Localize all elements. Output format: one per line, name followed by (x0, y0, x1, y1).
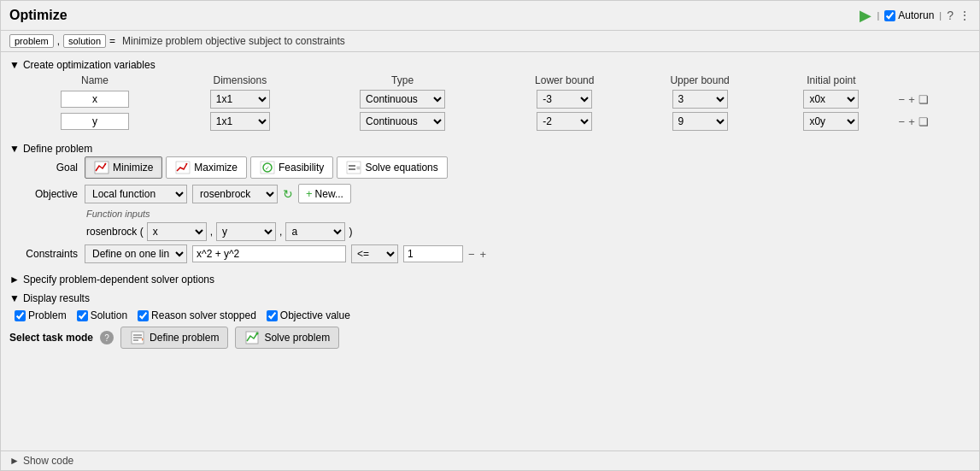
header-controls: ▶ | Autorun | ? ⋮ (860, 6, 971, 25)
goal-row: Goal Minimize (18, 156, 971, 179)
solve-equations-label: Solve equations (365, 162, 437, 174)
reason-checkbox[interactable] (138, 310, 149, 321)
dim-select-y[interactable]: 1x1 (210, 112, 270, 131)
init-point-y[interactable]: x0y (803, 112, 859, 131)
define-problem-task-button[interactable]: Define problem (120, 327, 228, 349)
variables-table: Name Dimensions Type Lower bound Upper b… (18, 73, 971, 132)
show-code-arrow: ► (9, 455, 20, 467)
feasibility-label: Feasibility (279, 162, 324, 174)
problem-checkbox-label[interactable]: Problem (15, 309, 67, 321)
create-variables-header[interactable]: ▼ Create optimization variables (9, 57, 971, 73)
solve-equations-button[interactable]: = Solve equations (337, 156, 447, 179)
minimize-label: Minimize (113, 162, 153, 174)
upper-bound-x[interactable]: 3 (672, 90, 728, 109)
param-comma-1: , (210, 226, 213, 238)
remove-constraint-button[interactable]: − (468, 248, 475, 261)
add-constraint-button[interactable]: + (480, 248, 487, 261)
show-code-row[interactable]: ► Show code (1, 450, 979, 470)
remove-row-y[interactable]: − (899, 115, 906, 128)
feasibility-icon: ✓ (260, 161, 275, 174)
upper-bound-y[interactable]: 9 (672, 112, 728, 131)
type-select-x[interactable]: Continuous (360, 90, 445, 109)
maximize-button[interactable]: Maximize (166, 156, 247, 179)
autorun-checkbox[interactable] (884, 10, 895, 21)
select-task-label: Select task mode (9, 332, 93, 344)
add-row-y[interactable]: + (908, 115, 915, 128)
solver-options-header[interactable]: ► Specify problem-dependent solver optio… (9, 272, 971, 287)
param-a-select[interactable]: a (285, 222, 345, 241)
goal-label: Goal (18, 162, 78, 174)
new-label: New... (315, 188, 343, 200)
solve-problem-icon (244, 331, 260, 344)
col-lower-bound: Lower bound (497, 73, 632, 88)
svg-point-18 (256, 333, 259, 335)
var-name-y[interactable] (61, 113, 129, 130)
copy-row-x[interactable]: ❏ (918, 93, 929, 106)
create-variables-label: Create optimization variables (23, 59, 156, 71)
refresh-button[interactable]: ↻ (283, 187, 293, 201)
constraint-expr-input[interactable] (192, 245, 346, 262)
solution-tag[interactable]: solution (63, 34, 106, 48)
problem-checkbox-text: Problem (28, 309, 67, 321)
display-results-checkboxes: Problem Solution Reason solver stopped O… (15, 309, 971, 321)
reason-checkbox-label[interactable]: Reason solver stopped (138, 309, 256, 321)
feasibility-button[interactable]: ✓ Feasibility (250, 156, 333, 179)
constraint-op-select[interactable]: <= >= = (351, 244, 398, 263)
col-type: Type (308, 73, 497, 88)
row-controls-x: − + ❏ (899, 93, 967, 106)
col-upper-bound: Upper bound (632, 73, 767, 88)
remove-row-x[interactable]: − (899, 93, 906, 106)
param-x-select[interactable]: x (147, 222, 207, 241)
subtitle-bar: problem , solution = Minimize problem ob… (1, 31, 979, 52)
param-y-select[interactable]: y (216, 222, 276, 241)
objective-label: Objective (18, 188, 78, 200)
minimize-icon (94, 161, 109, 174)
solve-problem-task-button[interactable]: Solve problem (235, 327, 339, 349)
add-row-x[interactable]: + (908, 93, 915, 106)
objective-value-checkbox[interactable] (267, 310, 278, 321)
problem-tag[interactable]: problem (9, 34, 54, 48)
plus-icon: + (306, 187, 313, 200)
new-function-button[interactable]: + New... (298, 184, 351, 203)
constraints-controls: Define on one line <= >= = − + (85, 244, 486, 263)
constraint-type-select[interactable]: Define on one line (85, 244, 187, 263)
more-button[interactable]: ⋮ (959, 9, 971, 22)
solution-checkbox-label[interactable]: Solution (77, 309, 127, 321)
copy-row-y[interactable]: ❏ (918, 115, 929, 128)
constraint-rhs-input[interactable] (403, 245, 463, 262)
minimize-button[interactable]: Minimize (85, 156, 162, 179)
run-button[interactable]: ▶ (860, 6, 871, 25)
autorun-label[interactable]: Autorun (884, 9, 934, 21)
task-help-icon[interactable]: ? (100, 331, 114, 344)
define-problem-header[interactable]: ▼ Define problem (9, 141, 971, 156)
show-code-label: Show code (23, 455, 73, 467)
function-inputs-label: Function inputs (86, 209, 971, 219)
define-problem-task-label: Define problem (150, 332, 219, 344)
svg-text:✓: ✓ (265, 165, 270, 171)
objective-type-select[interactable]: Local function (85, 185, 187, 203)
type-select-y[interactable]: Continuous (360, 112, 445, 131)
func-close-text: ) (349, 226, 352, 238)
svg-rect-3 (176, 162, 190, 174)
collapse-arrow-results: ▼ (9, 292, 20, 304)
lower-bound-y[interactable]: -2 (537, 112, 592, 131)
var-name-x[interactable] (61, 91, 129, 108)
dim-select-x[interactable]: 1x1 (210, 90, 270, 109)
col-dimensions: Dimensions (172, 73, 308, 88)
solution-checkbox-text: Solution (91, 309, 127, 321)
define-problem-section: ▼ Define problem Goal (9, 141, 971, 263)
objective-value-checkbox-label[interactable]: Objective value (267, 309, 350, 321)
func-call-text: rosenbrock ( (86, 226, 144, 238)
reason-checkbox-text: Reason solver stopped (151, 309, 256, 321)
objective-function-select[interactable]: rosenbrock (192, 185, 278, 203)
constraints-label: Constraints (18, 248, 78, 260)
init-point-x[interactable]: x0x (803, 90, 859, 109)
solution-checkbox[interactable] (77, 310, 88, 321)
help-button[interactable]: ? (947, 9, 954, 22)
problem-checkbox[interactable] (15, 310, 26, 321)
app-title: Optimize (9, 8, 67, 23)
col-name: Name (18, 73, 172, 88)
col-initial-point: Initial point (767, 73, 895, 88)
lower-bound-x[interactable]: -3 (537, 90, 592, 109)
display-results-header[interactable]: ▼ Display results (9, 291, 971, 306)
